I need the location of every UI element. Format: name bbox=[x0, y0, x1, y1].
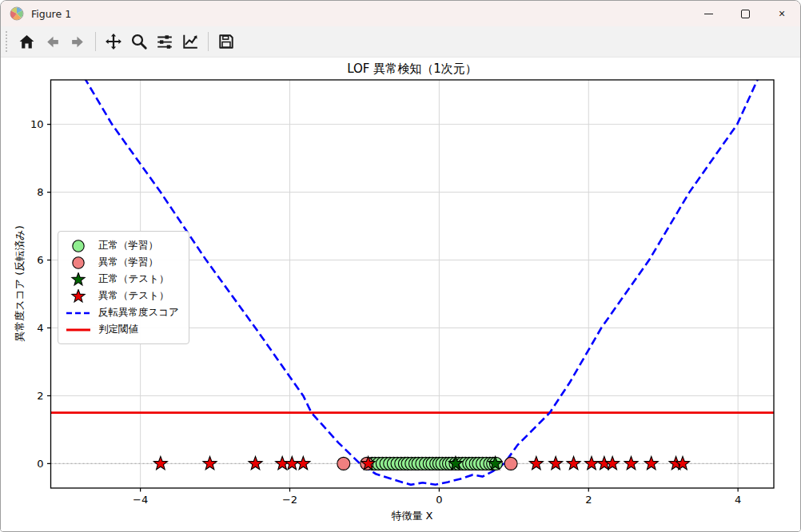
legend-solid-line-icon bbox=[65, 323, 92, 337]
y-axis-label: 異常度スコア (反転済み) bbox=[13, 225, 27, 342]
y-tick-label: 2 bbox=[37, 390, 43, 402]
pan-button[interactable] bbox=[102, 30, 126, 54]
window-controls: × bbox=[690, 1, 800, 26]
magnifier-icon bbox=[130, 33, 148, 50]
figure-canvas: −4−20240246810 LOF 異常検知（1次元） 特徴量 X 異常度スコ… bbox=[1, 58, 800, 532]
subplots-button[interactable] bbox=[153, 30, 177, 54]
test-anomaly-point bbox=[285, 456, 299, 469]
home-button[interactable] bbox=[14, 30, 38, 54]
close-button[interactable]: × bbox=[763, 1, 800, 26]
toolbar-separator bbox=[208, 32, 209, 51]
legend-label: 反転異常度スコア bbox=[98, 306, 179, 320]
figure-window: Figure 1 × bbox=[0, 0, 801, 532]
legend-dashed-line-icon bbox=[65, 306, 92, 320]
chart-title: LOF 異常検知（1次元） bbox=[50, 62, 774, 77]
legend-circle-icon bbox=[65, 256, 92, 270]
test-anomaly-point bbox=[584, 456, 598, 469]
x-tick-label: 2 bbox=[585, 494, 592, 506]
legend-label: 正常（テスト） bbox=[98, 272, 169, 286]
maximize-icon bbox=[741, 10, 750, 18]
minimize-button[interactable] bbox=[690, 1, 727, 26]
x-tick-label: 0 bbox=[436, 494, 442, 506]
pan-icon bbox=[105, 33, 122, 50]
back-button[interactable] bbox=[40, 30, 64, 54]
sliders-icon bbox=[156, 33, 173, 50]
legend-item: 異常（テスト） bbox=[65, 288, 179, 304]
legend-circle-icon bbox=[65, 239, 92, 253]
x-axis-label: 特徴量 X bbox=[50, 509, 774, 523]
line-chart-icon bbox=[181, 33, 199, 50]
legend-item: 正常（テスト） bbox=[65, 271, 179, 288]
legend-label: 異常（テスト） bbox=[98, 289, 169, 303]
back-arrow-icon bbox=[44, 34, 61, 50]
legend-label: 判定閾値 bbox=[98, 323, 138, 336]
test-anomaly-point bbox=[529, 456, 543, 469]
x-tick-label: −4 bbox=[133, 494, 148, 506]
legend-label: 異常（学習） bbox=[98, 256, 158, 269]
toolbar-separator bbox=[95, 32, 96, 51]
test-anomaly-point bbox=[567, 456, 580, 469]
window-titlebar[interactable]: Figure 1 × bbox=[1, 1, 800, 26]
train-anomaly-point bbox=[504, 457, 517, 470]
y-tick-label: 0 bbox=[37, 458, 43, 470]
forward-arrow-icon bbox=[70, 34, 86, 50]
test-anomaly-point bbox=[203, 456, 217, 469]
home-icon bbox=[18, 34, 35, 50]
legend-star-icon bbox=[65, 272, 92, 287]
test-anomaly-point bbox=[249, 456, 262, 469]
x-tick-label: −2 bbox=[282, 494, 297, 506]
window-title: Figure 1 bbox=[31, 8, 71, 20]
forward-button[interactable] bbox=[66, 30, 90, 54]
legend-item: 正常（学習） bbox=[65, 237, 179, 254]
maximize-button[interactable] bbox=[727, 1, 763, 26]
matplotlib-logo-icon bbox=[10, 6, 24, 21]
test-anomaly-point bbox=[624, 456, 638, 469]
y-tick-label: 4 bbox=[37, 322, 43, 334]
legend-star-icon bbox=[65, 289, 92, 304]
y-tick-label: 6 bbox=[37, 254, 43, 266]
x-tick-label: 4 bbox=[735, 494, 741, 506]
test-anomaly-point bbox=[644, 456, 658, 469]
close-icon: × bbox=[779, 8, 785, 19]
test-anomaly-point bbox=[549, 456, 563, 469]
y-tick-label: 8 bbox=[37, 186, 43, 198]
legend-item: 異常（学習） bbox=[65, 254, 179, 271]
test-anomaly-point bbox=[297, 456, 310, 469]
plot-toolbar bbox=[1, 26, 800, 58]
floppy-save-icon bbox=[217, 33, 235, 50]
train-anomaly-point bbox=[337, 457, 350, 470]
y-tick-label: 10 bbox=[30, 118, 44, 130]
legend-item: 判定閾値 bbox=[65, 321, 179, 338]
test-anomaly-point bbox=[153, 456, 167, 469]
legend: 正常（学習）異常（学習）正常（テスト）異常（テスト）反転異常度スコア判定閾値 bbox=[58, 231, 189, 344]
toolbar-grip[interactable] bbox=[6, 31, 7, 52]
legend-label: 正常（学習） bbox=[98, 239, 158, 252]
minimize-icon bbox=[704, 14, 713, 14]
legend-item: 反転異常度スコア bbox=[65, 304, 179, 321]
customize-button[interactable] bbox=[178, 30, 202, 54]
zoom-rect-button[interactable] bbox=[127, 30, 151, 54]
save-button[interactable] bbox=[214, 30, 238, 54]
